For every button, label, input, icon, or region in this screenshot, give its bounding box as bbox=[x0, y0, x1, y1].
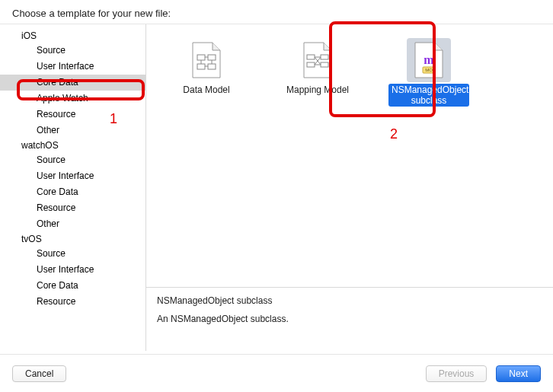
sidebar-item-watchos-core-data[interactable]: Core Data bbox=[0, 184, 145, 200]
svg-rect-3 bbox=[208, 64, 216, 69]
svg-text:m: m bbox=[424, 53, 434, 66]
platform-header-tvos: tvOS bbox=[0, 232, 145, 246]
sidebar-item-tvos-resource[interactable]: Resource bbox=[0, 294, 145, 310]
svg-rect-4 bbox=[307, 55, 315, 59]
sidebar-item-tvos-source[interactable]: Source bbox=[0, 246, 145, 262]
sidebar-item-ios-source[interactable]: Source bbox=[0, 43, 145, 59]
sidebar-item-watchos-resource[interactable]: Resource bbox=[0, 200, 145, 216]
detail-pane: NSManagedObject subclass An NSManagedObj… bbox=[146, 287, 553, 351]
footer: Cancel Previous Next bbox=[0, 354, 553, 392]
main-area: iOS Source User Interface Core Data Appl… bbox=[0, 24, 553, 351]
sidebar-item-ios-resource[interactable]: Resource bbox=[0, 107, 145, 123]
sidebar-item-watchos-other[interactable]: Other bbox=[0, 216, 145, 232]
sidebar-item-ios-core-data[interactable]: Core Data bbox=[0, 75, 145, 91]
sidebar-item-tvos-user-interface[interactable]: User Interface bbox=[0, 262, 145, 278]
data-model-icon bbox=[184, 38, 229, 82]
svg-rect-0 bbox=[197, 55, 205, 60]
sidebar: iOS Source User Interface Core Data Appl… bbox=[0, 24, 146, 351]
template-grid: Data Model Mapping Model bbox=[146, 24, 553, 287]
next-button[interactable]: Next bbox=[496, 365, 541, 382]
svg-rect-1 bbox=[208, 55, 216, 60]
svg-text:MO: MO bbox=[425, 68, 433, 72]
template-label: Mapping Model bbox=[283, 84, 352, 96]
previous-button[interactable]: Previous bbox=[426, 365, 487, 382]
cancel-button[interactable]: Cancel bbox=[12, 365, 66, 382]
template-data-model[interactable]: Data Model bbox=[161, 38, 251, 96]
svg-rect-5 bbox=[321, 55, 328, 59]
svg-rect-7 bbox=[321, 62, 328, 67]
platform-header-ios: iOS bbox=[0, 29, 145, 43]
detail-title: NSManagedObject subclass bbox=[157, 295, 542, 306]
detail-description: An NSManagedObject subclass. bbox=[157, 314, 542, 324]
managed-object-icon: m MO bbox=[407, 38, 451, 82]
template-mapping-model[interactable]: Mapping Model bbox=[273, 38, 363, 96]
template-label: Data Model bbox=[180, 84, 232, 96]
content-area: Data Model Mapping Model bbox=[146, 24, 553, 351]
template-nsmanagedobject-subclass[interactable]: m MO NSManagedObject subclass bbox=[384, 38, 474, 107]
dialog-title: Choose a template for your new file: bbox=[12, 8, 171, 19]
sidebar-item-watchos-user-interface[interactable]: User Interface bbox=[0, 168, 145, 184]
svg-rect-6 bbox=[307, 62, 315, 67]
sidebar-item-ios-user-interface[interactable]: User Interface bbox=[0, 59, 145, 75]
mapping-model-icon bbox=[296, 38, 340, 82]
sidebar-item-watchos-source[interactable]: Source bbox=[0, 152, 145, 168]
sidebar-item-tvos-core-data[interactable]: Core Data bbox=[0, 278, 145, 294]
sidebar-item-ios-apple-watch[interactable]: Apple Watch bbox=[0, 91, 145, 107]
dialog-header: Choose a template for your new file: bbox=[0, 0, 553, 24]
platform-header-watchos: watchOS bbox=[0, 139, 145, 152]
svg-rect-2 bbox=[197, 64, 205, 69]
sidebar-item-ios-other[interactable]: Other bbox=[0, 123, 145, 139]
template-label: NSManagedObject subclass bbox=[388, 84, 469, 107]
